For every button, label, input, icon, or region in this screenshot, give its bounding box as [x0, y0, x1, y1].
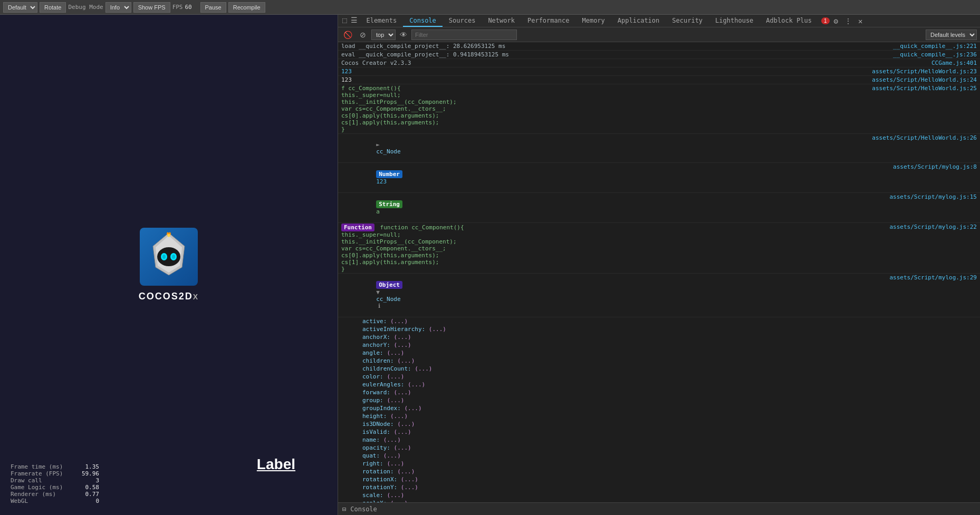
game-canvas: COCOS2DX Label Frame time (ms) 1.35 Fram…	[0, 15, 338, 515]
frametime-label: Frame time (ms)	[11, 463, 74, 470]
expand-arrow[interactable]: ►	[376, 141, 380, 148]
main-toolbar: Default Rotate Debug Mode Info Show FPS …	[0, 0, 980, 15]
tab-security[interactable]: Security	[666, 15, 709, 27]
cocos-logo-container: COCOS2DX	[139, 228, 199, 302]
pause-button[interactable]: Pause	[200, 2, 226, 13]
prop-forward: forward: (...)	[338, 388, 980, 396]
settings-icon[interactable]: ⚙	[832, 16, 840, 26]
console-source[interactable]: CCGame.js:401	[931, 60, 977, 66]
console-text: Function function cc_Component(){ this._…	[341, 224, 884, 273]
renderer-value: 0.77	[78, 491, 99, 498]
console-text: f cc_Component(){ this._super=null; this…	[341, 85, 867, 133]
prop-children-count: childrenCount: (...)	[338, 365, 980, 373]
eye-button[interactable]: 👁	[399, 30, 408, 40]
tab-performance[interactable]: Performance	[521, 15, 575, 27]
game-label: Label	[257, 456, 295, 473]
console-source[interactable]: assets/Script/HelloWorld.js:24	[872, 76, 977, 83]
function-badge: Function	[341, 224, 374, 231]
console-source[interactable]: assets/Script/HelloWorld.js:25	[872, 85, 977, 92]
debug-mode-select[interactable]: Info	[105, 2, 131, 13]
console-row: Object ▼ cc_Node ℹ assets/Script/mylog.j…	[338, 274, 980, 317]
tab-elements[interactable]: Elements	[360, 15, 403, 27]
stat-gamelogic: Game Logic (ms) 0.58	[11, 484, 99, 491]
tab-network[interactable]: Network	[482, 15, 521, 27]
show-fps-button[interactable]: Show FPS	[133, 2, 170, 13]
gamelogic-label: Game Logic (ms)	[11, 484, 74, 491]
tab-application[interactable]: Application	[611, 15, 666, 27]
expand-arrow[interactable]: ▼	[376, 289, 380, 296]
console-source[interactable]: assets/Script/mylog.js:29	[889, 274, 977, 281]
drawcall-label: Draw call	[11, 477, 74, 484]
console-source[interactable]: assets/Script/HelloWorld.js:23	[872, 68, 977, 75]
filter-input[interactable]	[411, 30, 517, 40]
frametime-value: 1.35	[78, 463, 99, 470]
cocos-brand-text: COCOS2DX	[139, 291, 199, 302]
console-drawer-icon[interactable]: ⊟	[342, 506, 346, 513]
stat-webgl: WebGL 0	[11, 498, 99, 504]
console-row: f cc_Component(){ this._super=null; this…	[338, 84, 980, 134]
framerate-value: 59.96	[78, 470, 99, 477]
stat-renderer: Renderer (ms) 0.77	[11, 491, 99, 498]
close-icon[interactable]: ✕	[856, 16, 864, 26]
prop-isvalid: isValid: (...)	[338, 428, 980, 436]
prop-active: active: (...)	[338, 317, 980, 325]
tab-console[interactable]: Console	[403, 15, 443, 27]
console-text: Cocos Creator v2.3.3	[341, 60, 926, 66]
console-text: Object ▼ cc_Node ℹ	[341, 274, 884, 316]
console-toolbar: 🚫 ⊘ top 👁 Default levels	[338, 27, 980, 42]
tab-sources[interactable]: Sources	[443, 15, 482, 27]
device-icon[interactable]: ☰	[349, 15, 360, 27]
console-output[interactable]: load __quick_compile_project__: 28.62695…	[338, 42, 980, 502]
console-source[interactable]: assets/Script/HelloWorld.js:26	[872, 134, 977, 141]
console-source[interactable]: assets/Script/mylog.js:8	[893, 163, 977, 170]
tab-lighthouse[interactable]: Lighthouse	[709, 15, 760, 27]
fps-label: FPS	[172, 4, 183, 11]
tab-adblock[interactable]: Adblock Plus	[760, 15, 818, 27]
webgl-label: WebGL	[11, 498, 74, 504]
recompile-button[interactable]: Recompile	[228, 2, 265, 13]
inspect-icon[interactable]: ⬚	[340, 15, 349, 27]
stats-panel: Frame time (ms) 1.35 Framerate (FPS) 59.…	[11, 463, 99, 504]
console-text: eval __quick_compile_project__: 0.941894…	[341, 51, 888, 58]
console-text: ► cc_Node	[341, 134, 867, 162]
context-select[interactable]: top	[371, 30, 396, 40]
prop-active-in-hierarchy: activeInHierarchy: (...)	[338, 325, 980, 333]
console-row: ► cc_Node assets/Script/HelloWorld.js:26	[338, 134, 980, 163]
console-row: load __quick_compile_project__: 28.62695…	[338, 42, 980, 51]
stat-drawcall: Draw call 3	[11, 477, 99, 484]
console-bottom-label: Console	[350, 506, 377, 513]
console-text: String a	[341, 193, 884, 222]
console-row: Function function cc_Component(){ this._…	[338, 223, 980, 274]
console-source[interactable]: __quick_compile__.js:236	[893, 51, 977, 58]
devtools-right-icons: 1 ⚙ ⋮ ✕	[818, 15, 868, 27]
debug-mode-label: Debug Mode	[68, 4, 103, 11]
stat-frametime: Frame time (ms) 1.35	[11, 463, 99, 470]
filter-icon-button[interactable]: ⊘	[358, 30, 368, 40]
number-badge: Number	[376, 170, 402, 178]
object-badge: Object	[376, 281, 402, 289]
prop-rotation-y: rotationY: (...)	[338, 483, 980, 491]
level-select[interactable]: Default levels	[926, 30, 977, 40]
prop-group-index: groupIndex: (...)	[338, 404, 980, 412]
console-row: 123 assets/Script/HelloWorld.js:24	[338, 76, 980, 84]
prop-euler-angles: eulerAngles: (...)	[338, 381, 980, 388]
console-text: 123	[341, 68, 867, 75]
default-select[interactable]: Default	[3, 2, 37, 13]
console-source[interactable]: __quick_compile__.js:221	[893, 43, 977, 50]
cocos-helmet-svg	[145, 230, 193, 283]
more-icon[interactable]: ⋮	[842, 16, 854, 26]
object-properties: active: (...) activeInHierarchy: (...) a…	[338, 317, 980, 502]
console-source[interactable]: assets/Script/mylog.js:22	[889, 224, 977, 230]
prop-anchor-x: anchorX: (...)	[338, 333, 980, 341]
console-row: 123 assets/Script/HelloWorld.js:23	[338, 67, 980, 76]
console-row: Number 123 assets/Script/mylog.js:8	[338, 163, 980, 193]
tab-memory[interactable]: Memory	[575, 15, 611, 27]
prop-is3dnode: is3DNode: (...)	[338, 420, 980, 428]
console-source[interactable]: assets/Script/mylog.js:15	[889, 193, 977, 200]
stat-framerate: Framerate (FPS) 59.96	[11, 470, 99, 477]
prop-quat: quat: (...)	[338, 452, 980, 460]
console-row: Cocos Creator v2.3.3 CCGame.js:401	[338, 59, 980, 67]
renderer-label: Renderer (ms)	[11, 491, 74, 498]
clear-console-button[interactable]: 🚫	[341, 30, 354, 40]
rotate-button[interactable]: Rotate	[40, 2, 66, 13]
